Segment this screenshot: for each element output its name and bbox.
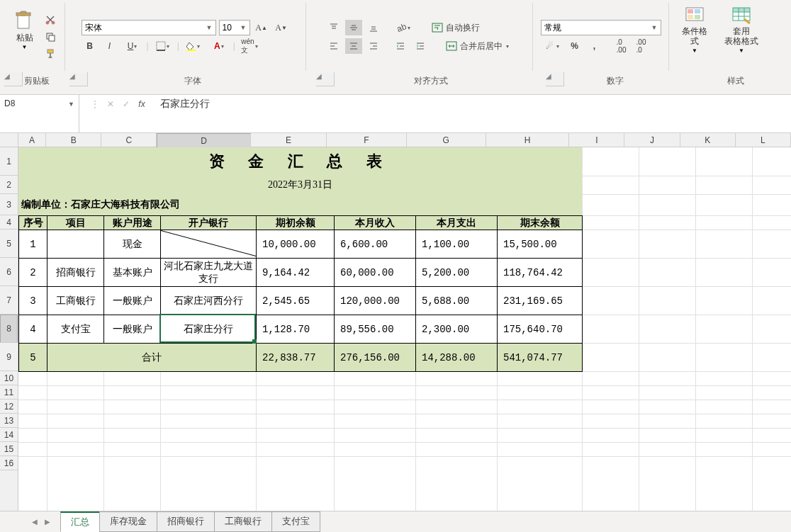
row-header-13[interactable]: 13 <box>0 414 18 428</box>
font-family-value: 宋体 <box>85 22 203 34</box>
cut-button[interactable] <box>42 12 59 28</box>
decrease-font-button[interactable]: A▼ <box>273 20 290 35</box>
decrease-decimal-button[interactable]: .00.0 <box>633 38 650 54</box>
table-header-6: 本月支出 <box>415 215 498 230</box>
number-format-select[interactable]: 常规▼ <box>541 20 661 35</box>
phonetic-button[interactable]: wén文▾ <box>238 38 261 54</box>
number-dialog-icon[interactable]: ◢ <box>546 72 564 86</box>
col-header-A[interactable]: A <box>18 133 46 147</box>
italic-button[interactable]: I <box>101 38 118 54</box>
svg-rect-7 <box>47 50 53 53</box>
sheet-tab-支付宝[interactable]: 支付宝 <box>271 511 320 532</box>
select-all-corner[interactable] <box>0 133 18 147</box>
decrease-indent-button[interactable] <box>392 38 409 54</box>
svg-rect-6 <box>49 35 55 41</box>
align-top-button[interactable] <box>325 20 342 35</box>
row3-out: 2,300.00 <box>415 315 498 344</box>
col-header-L[interactable]: L <box>736 133 791 147</box>
col-header-J[interactable]: J <box>624 133 680 147</box>
row-header-6[interactable]: 6 <box>0 258 18 286</box>
align-right-button[interactable] <box>365 38 382 54</box>
paste-button[interactable]: 粘贴 ▼ <box>11 3 39 57</box>
row3-b1: 175,640.70 <box>497 315 583 344</box>
font-family-select[interactable]: 宋体▼ <box>82 20 216 35</box>
svg-rect-2 <box>16 13 30 16</box>
grid[interactable]: 资 金 汇 总 表2022年3月31日编制单位：石家庄大海科技有限公司序号项目账… <box>18 147 791 511</box>
merge-center-button[interactable]: 合并后居中▾ <box>442 38 513 54</box>
col-header-I[interactable]: I <box>569 133 624 147</box>
clipboard-dialog-icon[interactable]: ◢ <box>4 72 23 86</box>
align-left-button[interactable] <box>325 38 342 54</box>
table-format-button[interactable]: 套用 表格格式▼ <box>720 3 763 57</box>
sheet-tab-招商银行[interactable]: 招商银行 <box>157 511 215 532</box>
borders-button[interactable]: ▾ <box>152 38 174 54</box>
sheet-tab-工商银行[interactable]: 工商银行 <box>214 511 272 532</box>
increase-decimal-button[interactable]: .0.00 <box>613 38 630 54</box>
align-bottom-button[interactable] <box>365 20 382 35</box>
row-header-16[interactable]: 16 <box>0 456 18 470</box>
copy-button[interactable] <box>42 29 59 45</box>
row3-b0: 1,128.70 <box>256 315 335 344</box>
accounting-format-button[interactable]: ☄▾ <box>541 38 563 54</box>
col-header-G[interactable]: G <box>407 133 486 147</box>
formula-input[interactable]: 石家庄分行 <box>155 95 791 132</box>
row0-b1: 15,500.00 <box>497 230 583 259</box>
comma-button[interactable]: , <box>586 38 603 54</box>
total-seq: 5 <box>18 343 47 372</box>
col-header-B[interactable]: B <box>46 133 101 147</box>
align-middle-button[interactable] <box>345 20 362 35</box>
row-header-11[interactable]: 11 <box>0 385 18 400</box>
font-color-button[interactable]: A▾ <box>208 38 230 54</box>
row-header-10[interactable]: 10 <box>0 371 18 385</box>
row-header-4[interactable]: 4 <box>0 215 18 230</box>
conditional-format-button[interactable]: 条件格式▼ <box>675 3 714 57</box>
row-header-9[interactable]: 9 <box>0 343 18 371</box>
enter-check-icon[interactable]: ⋮ <box>88 98 102 111</box>
col-header-K[interactable]: K <box>680 133 736 147</box>
fx-icon[interactable]: fx <box>135 98 149 111</box>
col-header-H[interactable]: H <box>486 133 569 147</box>
sheet-tab-库存现金[interactable]: 库存现金 <box>99 511 157 532</box>
wrap-text-button[interactable]: 自动换行 <box>427 20 484 35</box>
align-dialog-icon[interactable]: ◢ <box>316 72 335 86</box>
name-box[interactable]: D8 ▼ <box>0 95 79 132</box>
svg-rect-0 <box>18 14 29 28</box>
orientation-button[interactable]: ab▾ <box>392 20 415 35</box>
row3-use: 一般账户 <box>103 315 161 344</box>
wrap-label: 自动换行 <box>446 22 480 34</box>
font-dialog-icon[interactable]: ◢ <box>69 72 88 86</box>
col-header-C[interactable]: C <box>101 133 157 147</box>
merge-label: 合并后居中 <box>460 40 503 52</box>
col-header-F[interactable]: F <box>327 133 406 147</box>
sheet-tab-汇总[interactable]: 汇总 <box>60 511 100 532</box>
col-header-E[interactable]: E <box>251 133 327 147</box>
col-header-D[interactable]: D <box>157 133 250 149</box>
tab-nav-next[interactable]: ▶ <box>41 515 54 529</box>
underline-button[interactable]: U▾ <box>121 38 144 54</box>
row-header-3[interactable]: 3 <box>0 194 18 215</box>
row2-proj: 工商银行 <box>47 286 104 315</box>
row-header-15[interactable]: 15 <box>0 442 18 456</box>
align-center-button[interactable] <box>345 38 362 54</box>
row-header-8[interactable]: 8 <box>0 315 18 343</box>
row-header-5[interactable]: 5 <box>0 230 18 258</box>
font-size-select[interactable]: 10▼ <box>219 20 250 35</box>
increase-font-button[interactable]: A▲ <box>253 20 270 35</box>
row-header-14[interactable]: 14 <box>0 428 18 442</box>
svg-rect-49 <box>733 8 750 12</box>
row-header-2[interactable]: 2 <box>0 176 18 194</box>
row-header-12[interactable]: 12 <box>0 400 18 414</box>
tab-nav-prev[interactable]: ◀ <box>28 515 41 529</box>
row-header-1[interactable]: 1 <box>0 147 18 176</box>
check-icon[interactable]: ✓ <box>119 98 133 111</box>
format-painter-button[interactable] <box>42 46 59 62</box>
percent-button[interactable]: % <box>566 38 583 54</box>
increase-indent-button[interactable] <box>412 38 429 54</box>
cancel-x-icon[interactable]: ✕ <box>103 98 118 111</box>
bold-button[interactable]: B <box>82 38 99 54</box>
fill-color-button[interactable]: ▾ <box>182 38 205 54</box>
group-number: 常规▼ ☄▾ % , .0.00 .00.0 <box>533 3 669 71</box>
row0-in: 6,600.00 <box>334 230 416 259</box>
spreadsheet: ABCDEFGHIJKL 12345678910111213141516 资 金… <box>0 133 791 511</box>
row-header-7[interactable]: 7 <box>0 286 18 315</box>
